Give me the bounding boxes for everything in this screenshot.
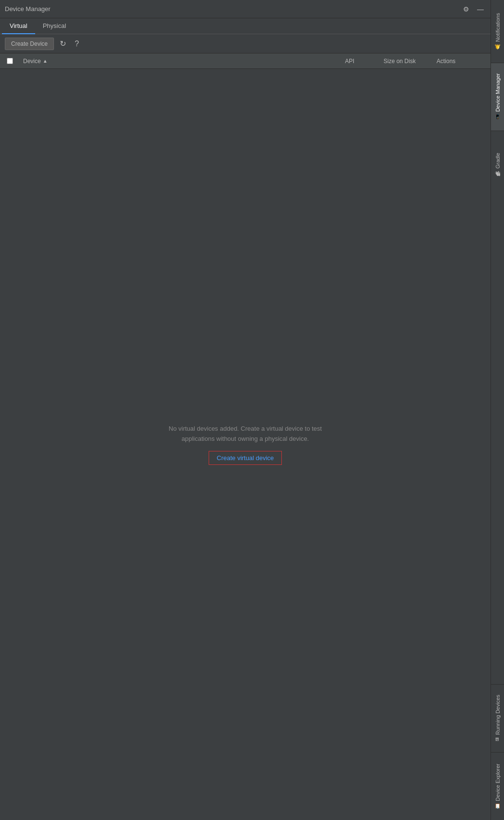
empty-state-message: No virtual devices added. Create a virtu… bbox=[169, 424, 322, 444]
header-checkbox-cell bbox=[0, 53, 19, 68]
notifications-label: 🔔 Notifications bbox=[495, 8, 501, 55]
actions-column-label: Actions bbox=[437, 58, 455, 65]
header-device[interactable]: Device ▲ bbox=[19, 58, 341, 65]
right-sidebar: 🔔 Notifications 📱 Device Manager 🐘 Gradl… bbox=[491, 0, 504, 820]
select-all-checkbox[interactable] bbox=[7, 58, 13, 64]
refresh-icon: ↻ bbox=[60, 39, 66, 48]
sidebar-item-running-devices[interactable]: 🖥 Running Devices bbox=[491, 685, 504, 752]
device-manager-sidebar-label: 📱 Device Manager bbox=[495, 68, 501, 125]
app-title: Device Manager bbox=[5, 5, 51, 13]
sidebar-item-device-manager[interactable]: 📱 Device Manager bbox=[491, 63, 504, 131]
notification-icon: 🔔 bbox=[495, 44, 501, 50]
tab-physical[interactable]: Physical bbox=[35, 18, 74, 34]
create-virtual-device-link[interactable]: Create virtual device bbox=[209, 451, 282, 465]
tab-virtual[interactable]: Virtual bbox=[2, 18, 35, 34]
tabs-bar: Virtual Physical bbox=[0, 18, 491, 34]
device-explorer-label: 📋 Device Explorer bbox=[495, 759, 501, 814]
minimize-button[interactable]: — bbox=[475, 5, 486, 13]
gradle-label: 🐘 Gradle bbox=[495, 148, 501, 182]
running-devices-label: 🖥 Running Devices bbox=[495, 690, 501, 747]
sidebar-item-notifications[interactable]: 🔔 Notifications bbox=[491, 0, 504, 63]
running-devices-icon: 🖥 bbox=[495, 737, 501, 742]
header-size-on-disk[interactable]: Size on Disk bbox=[380, 58, 433, 65]
help-button[interactable]: ? bbox=[72, 38, 82, 50]
main-area: Device Manager ⚙ — Virtual Physical Crea… bbox=[0, 0, 491, 820]
sidebar-item-gradle[interactable]: 🐘 Gradle bbox=[491, 131, 504, 198]
table-header: Device ▲ API Size on Disk Actions bbox=[0, 53, 491, 69]
device-manager-icon: 📱 bbox=[495, 115, 501, 120]
title-bar-actions: ⚙ — bbox=[461, 5, 486, 13]
device-column-label: Device bbox=[23, 58, 41, 65]
title-bar: Device Manager ⚙ — bbox=[0, 0, 491, 18]
create-device-button[interactable]: Create Device bbox=[5, 38, 54, 50]
toolbar: Create Device ↻ ? bbox=[0, 34, 491, 53]
header-actions[interactable]: Actions bbox=[433, 58, 491, 65]
device-explorer-icon: 📋 bbox=[495, 803, 501, 809]
sidebar-item-device-explorer[interactable]: 📋 Device Explorer bbox=[491, 753, 504, 820]
header-api[interactable]: API bbox=[341, 58, 380, 65]
refresh-button[interactable]: ↻ bbox=[57, 37, 69, 50]
size-column-label: Size on Disk bbox=[384, 58, 416, 65]
api-column-label: API bbox=[345, 58, 354, 65]
help-icon: ? bbox=[75, 40, 79, 48]
gradle-icon: 🐘 bbox=[495, 171, 501, 177]
table-body: No virtual devices added. Create a virtu… bbox=[0, 69, 491, 820]
sort-arrow-icon: ▲ bbox=[43, 58, 48, 64]
settings-button[interactable]: ⚙ bbox=[461, 5, 471, 13]
sidebar-spacer bbox=[491, 198, 504, 684]
